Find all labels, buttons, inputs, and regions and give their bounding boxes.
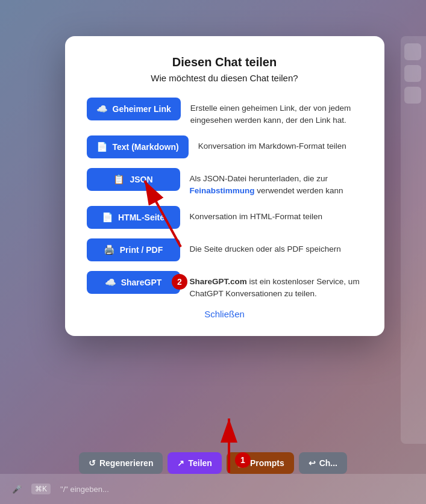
share-option-html: 📄 HTML-Seite Konversation im HTML-Format…	[87, 206, 363, 229]
mic-icon: 🎤	[12, 485, 22, 494]
prompts-label: Prompts	[250, 458, 284, 468]
sharegpt-bold: ShareGPT.com	[190, 277, 247, 286]
regenerate-label: Regenerieren	[99, 458, 153, 468]
cloud-icon: ☁️	[96, 104, 108, 114]
sidebar-hint	[401, 36, 426, 444]
sharegpt-label: ShareGPT	[121, 278, 162, 287]
sharegpt-icon: ☁️	[105, 277, 116, 288]
share-label: Teilen	[188, 458, 211, 468]
print-pdf-button[interactable]: 🖨️ Print / PDF	[87, 238, 180, 261]
chat-button[interactable]: ↩ Ch...	[299, 452, 347, 474]
json-desc: Als JSON-Datei herunterladen, die zur Fe…	[190, 168, 363, 196]
json-desc-prefix: Als JSON-Datei herunterladen, die zur	[190, 174, 328, 183]
print-icon: 🖨️	[104, 244, 115, 255]
share-icon: ↗	[177, 458, 184, 468]
input-placeholder[interactable]: "/" eingeben...	[60, 485, 109, 494]
close-link[interactable]: Schließen	[87, 309, 363, 319]
modal-subtitle: Wie möchtest du diesen Chat teilen?	[87, 73, 363, 83]
share-option-print: 🖨️ Print / PDF Die Seite drucken oder al…	[87, 238, 363, 261]
annotation-label-1: 1	[235, 452, 251, 468]
regenerate-icon: ↺	[89, 458, 96, 468]
html-seite-button[interactable]: 📄 HTML-Seite	[87, 206, 180, 229]
share-option-secret-link: ☁️ Geheimer Link Erstelle einen geheimen…	[87, 98, 363, 126]
sharegpt-button[interactable]: ☁️ ShareGPT	[87, 271, 180, 294]
secret-link-desc: Erstelle einen geheimen Link, der von je…	[190, 98, 363, 126]
bottom-toolbar: ↺ Regenerieren ↗ Teilen 📋 Prompts ↩ Ch..…	[0, 452, 426, 474]
json-button[interactable]: 📋 JSON	[87, 168, 180, 191]
bottom-input-bar: 🎤 ⌘K "/" eingeben...	[0, 474, 426, 504]
sidebar-hint-item	[404, 87, 421, 104]
sidebar-hint-item	[404, 65, 421, 82]
print-pdf-desc: Die Seite drucken oder als PDF speichern	[190, 238, 363, 255]
share-modal: Diesen Chat teilen Wie möchtest du diese…	[65, 36, 384, 336]
regenerate-button[interactable]: ↺ Regenerieren	[79, 452, 163, 474]
feinabstimmung-link[interactable]: Feinabstimmung	[190, 186, 255, 195]
keyboard-shortcut: ⌘K	[31, 484, 51, 494]
secret-link-label: Geheimer Link	[113, 104, 171, 114]
chat-label: Ch...	[319, 458, 337, 468]
share-option-sharegpt: ☁️ ShareGPT ShareGPT.com ist ein kostenl…	[87, 271, 363, 299]
sharegpt-desc: ShareGPT.com ist ein kostenloser Service…	[190, 271, 363, 299]
text-markdown-desc: Konversation im Markdown-Format teilen	[198, 135, 363, 152]
document-icon: 📄	[96, 142, 108, 152]
sidebar-hint-item	[404, 43, 421, 60]
modal-wrapper: Diesen Chat teilen Wie möchtest du diese…	[47, 36, 402, 432]
json-icon: 📋	[113, 174, 125, 185]
text-markdown-button[interactable]: 📄 Text (Markdown)	[87, 135, 189, 158]
text-markdown-label: Text (Markdown)	[113, 142, 179, 152]
chat-icon: ↩	[309, 458, 316, 468]
html-icon: 📄	[102, 212, 113, 223]
modal-title: Diesen Chat teilen	[87, 55, 363, 69]
html-seite-desc: Konversation im HTML-Format teilen	[190, 206, 363, 223]
share-button[interactable]: ↗ Teilen	[168, 452, 221, 474]
annotation-label-2: 2	[172, 274, 187, 290]
json-label: JSON	[130, 175, 152, 184]
json-desc-suffix: verwendet werden kann	[255, 186, 343, 195]
share-option-markdown: 📄 Text (Markdown) Konversation im Markdo…	[87, 135, 363, 158]
html-seite-label: HTML-Seite	[118, 213, 164, 222]
print-pdf-label: Print / PDF	[120, 245, 163, 255]
secret-link-button[interactable]: ☁️ Geheimer Link	[87, 98, 181, 120]
share-option-json: 📋 JSON Als JSON-Datei herunterladen, die…	[87, 168, 363, 196]
